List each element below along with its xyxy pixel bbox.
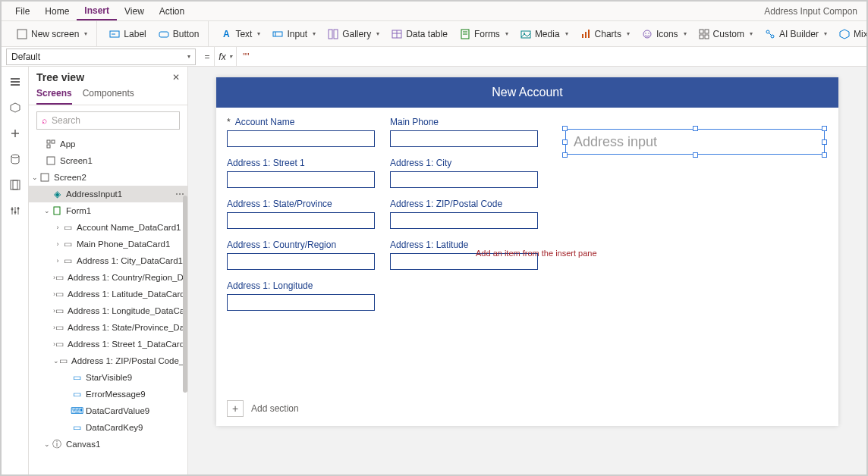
selection-handle[interactable] bbox=[822, 139, 827, 145]
address-input-control[interactable]: Address input bbox=[565, 129, 825, 155]
svg-rect-17 bbox=[585, 32, 587, 38]
selection-handle[interactable] bbox=[562, 139, 568, 145]
node-card-state[interactable]: ›▭Address 1: State/Province_DataCard1 bbox=[29, 319, 187, 336]
media-button[interactable]: Media▾ bbox=[516, 27, 573, 42]
treeview-icon[interactable] bbox=[8, 100, 23, 115]
datacard-country[interactable]: Address 1: Country/Region bbox=[227, 240, 375, 270]
data-icon[interactable] bbox=[8, 152, 23, 167]
field-input[interactable] bbox=[227, 294, 375, 311]
chevron-down-icon: ▾ bbox=[187, 53, 190, 60]
datacard-street1[interactable]: Address 1: Street 1 bbox=[227, 158, 375, 188]
node-label: StarVisible9 bbox=[86, 373, 132, 382]
tab-components[interactable]: Components bbox=[83, 88, 134, 105]
datatable-button[interactable]: Data table bbox=[387, 27, 452, 42]
forms-button[interactable]: Forms▾ bbox=[455, 27, 513, 42]
expand-icon[interactable]: ⌄ bbox=[42, 207, 52, 215]
insert-icon[interactable] bbox=[8, 126, 23, 141]
mixedreality-button[interactable]: Mixed Reality▾ bbox=[835, 27, 868, 42]
node-card-street1[interactable]: ›▭Address 1: Street 1_DataCard1 bbox=[29, 336, 187, 352]
node-datacardkey[interactable]: ▭DataCardKey9 bbox=[29, 419, 187, 436]
expand-icon[interactable]: ⌄ bbox=[30, 174, 39, 181]
icons-button[interactable]: Icons▾ bbox=[637, 27, 691, 42]
node-app[interactable]: App bbox=[29, 136, 187, 152]
field-label: Address 1: ZIP/Postal Code bbox=[390, 199, 502, 209]
insert-hint[interactable]: Add an item from the insert pane bbox=[476, 249, 597, 258]
fx-button[interactable]: fx▾ bbox=[214, 47, 237, 66]
menu-home[interactable]: Home bbox=[37, 3, 77, 20]
selection-handle[interactable] bbox=[693, 126, 698, 131]
selection-handle[interactable] bbox=[562, 152, 568, 158]
expand-icon[interactable]: ⌄ bbox=[53, 357, 59, 365]
svg-rect-0 bbox=[17, 30, 27, 39]
tree-search[interactable]: ⌕ Search bbox=[36, 111, 180, 130]
node-card-longitude[interactable]: ›▭Address 1: Longitude_DataCard1 bbox=[29, 302, 187, 319]
datacard-longitude[interactable]: Address 1: Longitude bbox=[227, 280, 375, 311]
node-card-accountname[interactable]: ›▭Account Name_DataCard1 bbox=[29, 219, 187, 236]
formula-input[interactable]: "" bbox=[237, 52, 866, 62]
node-screen2[interactable]: ⌄Screen2 bbox=[29, 169, 187, 186]
node-addressinput1[interactable]: ◈AddressInput1⋯ bbox=[29, 186, 187, 202]
aibuilder-button[interactable]: AI Builder▾ bbox=[760, 27, 832, 42]
selection-handle[interactable] bbox=[822, 152, 827, 158]
node-canvas1[interactable]: ⌄ⓘCanvas1 bbox=[29, 436, 187, 453]
expand-icon[interactable]: › bbox=[53, 240, 62, 248]
node-screen1[interactable]: Screen1 bbox=[29, 152, 187, 169]
label-button[interactable]: Label bbox=[105, 27, 150, 42]
new-screen-button[interactable]: New screen ▾ bbox=[12, 27, 92, 42]
datacard-mainphone[interactable]: Main Phone bbox=[390, 117, 538, 147]
hamburger-icon[interactable] bbox=[8, 74, 23, 89]
node-card-mainphone[interactable]: ›▭Main Phone_DataCard1 bbox=[29, 236, 187, 252]
field-input[interactable] bbox=[227, 171, 375, 188]
node-label: DataCardKey9 bbox=[86, 423, 143, 432]
field-input[interactable] bbox=[227, 212, 375, 229]
media-label: Media bbox=[535, 29, 560, 39]
field-input[interactable] bbox=[390, 171, 538, 188]
menu-action[interactable]: Action bbox=[152, 3, 192, 20]
tools-icon[interactable] bbox=[8, 203, 23, 218]
node-card-latitude[interactable]: ›▭Address 1: Latitude_DataCard1 bbox=[29, 286, 187, 302]
node-datacardvalue[interactable]: ⌨DataCardValue9 bbox=[29, 402, 187, 419]
field-input[interactable] bbox=[227, 130, 375, 147]
text-button[interactable]: AText▾ bbox=[216, 27, 265, 42]
datacard-accountname[interactable]: *Account Name bbox=[227, 117, 375, 147]
property-selector[interactable]: Default ▾ bbox=[6, 49, 196, 65]
equals-label: = bbox=[200, 52, 214, 62]
selection-handle[interactable] bbox=[693, 152, 698, 158]
tab-screens[interactable]: Screens bbox=[36, 88, 72, 105]
datacard-city[interactable]: Address 1: City bbox=[390, 158, 538, 188]
chevron-down-icon: ▾ bbox=[376, 30, 379, 37]
node-starvisible[interactable]: ▭StarVisible9 bbox=[29, 369, 187, 386]
button-button[interactable]: Button bbox=[154, 27, 204, 42]
field-label: Account Name bbox=[235, 117, 295, 127]
expand-icon[interactable]: › bbox=[53, 224, 62, 231]
selection-handle[interactable] bbox=[562, 126, 568, 131]
expand-icon[interactable]: › bbox=[53, 257, 62, 265]
gallery-button[interactable]: Gallery▾ bbox=[323, 27, 384, 42]
selection-handle[interactable] bbox=[822, 126, 827, 131]
add-section[interactable]: + Add section bbox=[227, 400, 299, 417]
media-rail-icon[interactable] bbox=[8, 177, 23, 193]
datacard-zip[interactable]: Address 1: ZIP/Postal Code bbox=[390, 199, 538, 229]
field-input[interactable] bbox=[390, 212, 538, 229]
node-form1[interactable]: ⌄Form1 bbox=[29, 202, 187, 219]
datacard-state[interactable]: Address 1: State/Province bbox=[227, 199, 375, 229]
form-stage[interactable]: New Account *Account Name Main Phone Add… bbox=[216, 77, 838, 426]
field-input[interactable] bbox=[227, 253, 375, 270]
chevron-down-icon: ▾ bbox=[313, 30, 316, 37]
node-card-country[interactable]: ›▭Address 1: Country/Region_DataCard1 bbox=[29, 269, 187, 286]
custom-button[interactable]: Custom▾ bbox=[694, 27, 757, 42]
charts-button[interactable]: Charts▾ bbox=[576, 27, 634, 42]
input-button[interactable]: Input▾ bbox=[268, 27, 320, 42]
tree-close-button[interactable]: ✕ bbox=[172, 72, 180, 83]
node-errormessage[interactable]: ▭ErrorMessage9 bbox=[29, 386, 187, 402]
field-input[interactable] bbox=[390, 130, 538, 147]
datacard-icon: ▭ bbox=[62, 222, 73, 233]
menu-insert[interactable]: Insert bbox=[77, 2, 117, 20]
tree-scrollbar[interactable] bbox=[183, 196, 187, 393]
node-card-zip[interactable]: ⌄▭Address 1: ZIP/Postal Code_DataCard1 bbox=[29, 352, 187, 369]
node-card-city[interactable]: ›▭Address 1: City_DataCard1 bbox=[29, 252, 187, 269]
expand-icon[interactable]: ⌄ bbox=[42, 440, 52, 448]
menu-view[interactable]: View bbox=[117, 3, 152, 20]
menu-file[interactable]: File bbox=[8, 3, 37, 20]
node-label: Form1 bbox=[66, 206, 91, 215]
